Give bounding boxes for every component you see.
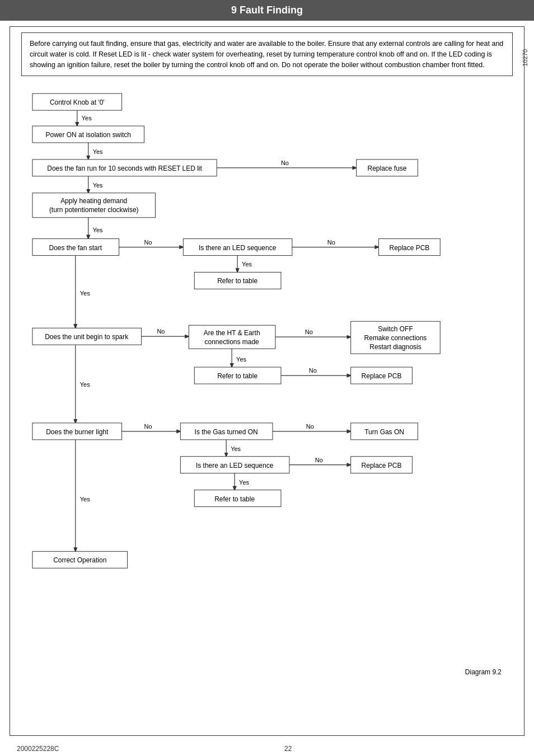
node-replace-pcb1: Replace PCB — [389, 244, 429, 252]
label-yes-4: Yes — [93, 227, 103, 233]
node-apply-heat-1: Apply heating demand — [60, 197, 127, 205]
node-refer-table1: Refer to table — [217, 278, 257, 285]
node-led-seq1: Is there an LED sequence — [199, 244, 277, 252]
node-switch-off-2: Remake connections — [364, 334, 427, 342]
page-footer: 2000225228C 22 — [0, 741, 534, 756]
footer-center: 22 — [284, 745, 292, 753]
flowchart-area: Control Knob at '0' Yes Power ON at isol… — [21, 87, 513, 692]
label-no-1: No — [281, 159, 289, 166]
label-yes-3: Yes — [93, 182, 103, 189]
node-switch-off-1: Switch OFF — [378, 325, 413, 333]
label-yes-11: Yes — [80, 496, 90, 503]
node-ht-earth-1: Are the HT & Earth — [204, 329, 260, 337]
label-no-2: No — [144, 239, 152, 246]
node-unit-spark: Does the unit begin to spark — [45, 333, 128, 341]
label-yes-2: Yes — [93, 148, 103, 155]
label-yes-9: Yes — [231, 445, 241, 452]
label-no-8: No — [306, 423, 314, 430]
footer-left: 2000225228C — [17, 745, 59, 753]
node-turn-gas: Turn Gas ON — [364, 428, 404, 436]
node-fan-run: Does the fan run for 10 seconds with RES… — [47, 165, 202, 172]
node-refer-table3: Refer to table — [214, 495, 255, 503]
node-ht-earth-2: connections made — [205, 338, 259, 346]
node-gas-on: Is the Gas turned ON — [195, 428, 258, 436]
page-wrapper: 10270 Before carrying out fault finding,… — [10, 26, 524, 736]
node-switch-off-3: Restart diagnosis — [369, 343, 421, 351]
node-replace-fuse: Replace fuse — [368, 165, 407, 172]
label-yes-7: Yes — [236, 356, 246, 363]
node-fan-start: Does the fan start — [49, 244, 102, 252]
node-burner-light: Does the burner light — [46, 428, 109, 436]
label-yes-6: Yes — [80, 290, 90, 297]
node-replace-pcb3: Replace PCB — [362, 462, 402, 469]
node-refer-table2: Refer to table — [217, 372, 257, 380]
label-no-4: No — [157, 328, 165, 335]
node-apply-heat-2: (turn potentiometer clockwise) — [49, 206, 139, 214]
page-header: 9 Fault Finding — [0, 0, 534, 21]
label-yes-5: Yes — [242, 261, 252, 268]
label-no-5: No — [305, 328, 313, 335]
node-correct-op: Correct Operation — [53, 557, 106, 565]
side-label: 10270 — [522, 49, 528, 67]
intro-text: Before carrying out fault finding, ensur… — [30, 40, 503, 69]
label-no-7: No — [144, 423, 152, 430]
label-yes-8: Yes — [80, 381, 90, 388]
node-control-knob: Control Knob at '0' — [50, 98, 105, 106]
label-no-6: No — [309, 367, 317, 374]
label-yes-10: Yes — [239, 479, 249, 486]
label-yes-1: Yes — [82, 115, 92, 121]
diagram-label: Diagram 9.2 — [465, 668, 502, 676]
node-replace-pcb2: Replace PCB — [362, 372, 402, 380]
node-led-seq2: Is there an LED sequence — [196, 462, 274, 469]
label-no-3: No — [327, 239, 335, 246]
node-power-on: Power ON at isolation switch — [46, 131, 131, 139]
intro-box: Before carrying out fault finding, ensur… — [21, 32, 513, 76]
label-no-9: No — [315, 457, 323, 463]
